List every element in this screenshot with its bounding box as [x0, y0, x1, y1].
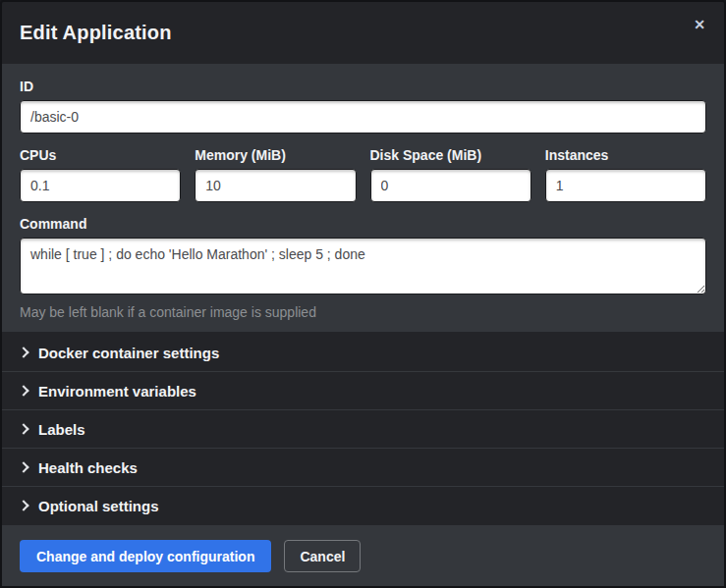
- resources-row: CPUs Memory (MiB) Disk Space (MiB) Insta…: [20, 147, 706, 202]
- modal-footer: Change and deploy configuration Cancel: [2, 525, 724, 587]
- command-help-text: May be left blank if a container image i…: [20, 304, 706, 320]
- cpus-label: CPUs: [20, 147, 181, 163]
- chevron-right-icon: [18, 461, 28, 472]
- id-label: ID: [20, 79, 706, 94]
- modal-header: Edit Application ✕: [2, 2, 724, 64]
- chevron-right-icon: [18, 500, 28, 510]
- id-field-group: ID: [20, 79, 706, 134]
- section-environment-variables[interactable]: Environment variables: [2, 372, 724, 410]
- settings-accordion: Docker container settings Environment va…: [2, 332, 724, 525]
- memory-field-group: Memory (MiB): [195, 147, 356, 202]
- section-label: Health checks: [38, 459, 138, 476]
- id-input[interactable]: [20, 100, 706, 134]
- section-health-checks[interactable]: Health checks: [2, 449, 724, 487]
- cpus-input[interactable]: [20, 169, 181, 202]
- change-and-deploy-button[interactable]: Change and deploy configuration: [20, 540, 271, 572]
- disk-label: Disk Space (MiB): [370, 147, 531, 163]
- disk-field-group: Disk Space (MiB): [370, 147, 531, 202]
- section-label: Optional settings: [38, 498, 159, 514]
- memory-label: Memory (MiB): [195, 147, 356, 163]
- chevron-right-icon: [18, 347, 28, 357]
- section-optional-settings[interactable]: Optional settings: [2, 487, 724, 525]
- application-form: ID CPUs Memory (MiB) Disk Space (MiB) In…: [2, 64, 724, 332]
- chevron-right-icon: [18, 423, 28, 434]
- cancel-button[interactable]: Cancel: [284, 540, 361, 572]
- section-labels[interactable]: Labels: [2, 410, 724, 449]
- disk-input[interactable]: [370, 169, 531, 202]
- section-label: Environment variables: [38, 383, 196, 400]
- instances-field-group: Instances: [545, 147, 706, 202]
- command-textarea[interactable]: while [ true ] ; do echo 'Hello Marathon…: [20, 238, 706, 294]
- memory-input[interactable]: [195, 169, 356, 202]
- chevron-right-icon: [18, 385, 28, 396]
- section-label: Labels: [38, 421, 85, 438]
- edit-application-modal: Edit Application ✕ ID CPUs Memory (MiB) …: [0, 0, 726, 588]
- instances-label: Instances: [545, 147, 706, 163]
- modal-title: Edit Application: [20, 22, 172, 44]
- instances-input[interactable]: [545, 169, 706, 202]
- section-label: Docker container settings: [38, 345, 219, 361]
- command-label: Command: [20, 216, 706, 232]
- section-docker-container-settings[interactable]: Docker container settings: [2, 334, 724, 372]
- cpus-field-group: CPUs: [20, 147, 181, 202]
- close-icon[interactable]: ✕: [689, 14, 710, 35]
- command-field-group: Command while [ true ] ; do echo 'Hello …: [20, 216, 706, 320]
